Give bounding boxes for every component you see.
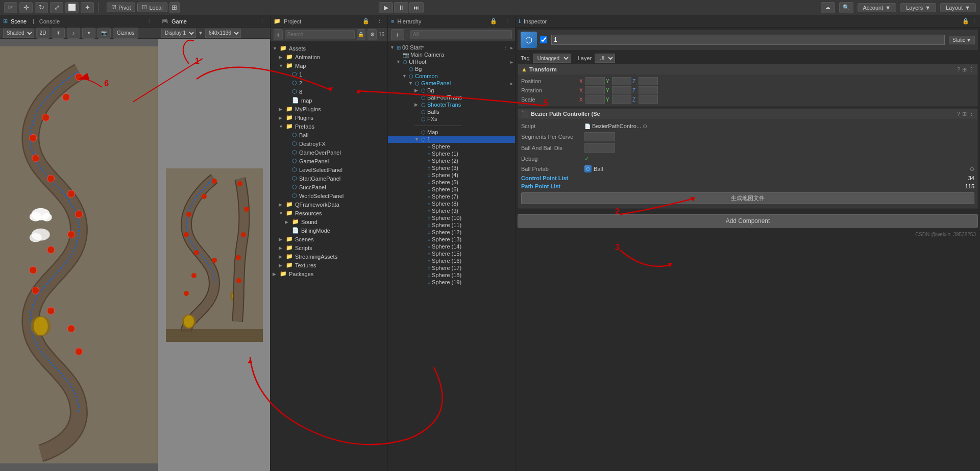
tree-mapfile[interactable]: ▶ 📄 map [271,96,387,105]
project-lock[interactable]: 🔒 [357,29,366,40]
account-button[interactable]: Account ▼ [857,3,897,12]
tree-levelselectpanel[interactable]: ▶ ⬡ LevelSelectPanel [271,165,387,174]
layers-button[interactable]: Layers ▼ [900,3,936,12]
scale-y-input[interactable]: 1 [612,95,631,104]
search-services-icon[interactable]: 🔍 [839,2,853,13]
h-sphere1[interactable]: ▶ ○ Sphere (1) [388,150,515,157]
h-sphere4[interactable]: ▶ ○ Sphere (4) [388,171,515,179]
h-shootertrans[interactable]: ▶ ⬡ ShooterTrans [388,101,515,108]
tag-select[interactable]: Untagged [533,54,571,63]
hierarchy-search[interactable] [410,30,512,39]
transform-header[interactable]: ▲ Transform ? ⊞ ⋮ [518,64,977,75]
h-more[interactable]: ⋮ [503,45,508,51]
h-sphere13[interactable]: ▶ ○ Sphere (13) [388,236,515,243]
layout-button[interactable]: Layout ▼ [940,3,976,12]
h-sphere17[interactable]: ▶ ○ Sphere (17) [388,264,515,271]
h-bg2[interactable]: ▶ ⬡ Bg [388,87,515,94]
resolution-select[interactable]: 640x1136 [205,29,241,38]
tree-startgamepanel[interactable]: ▶ ⬡ StartGamePanel [271,174,387,183]
ball-prefab-target[interactable]: ⊙ [970,166,974,172]
h-sphere6[interactable]: ▶ ○ Sphere (6) [388,186,515,193]
rect-tool[interactable]: ⬜ [65,2,79,13]
h-sphere[interactable]: ▶ ○ Sphere [388,143,515,150]
tree-map1[interactable]: ▶ ⬡ 1 [271,70,387,79]
tree-succpanel[interactable]: ▶ ⬡ SuccPanel [271,183,387,191]
tree-billingmode[interactable]: ▶ 📄 BillingMode [271,226,387,235]
ball-dis-input[interactable]: 0.3 [584,143,615,153]
local-button[interactable]: ☑ Local [137,3,167,12]
project-search[interactable] [285,30,355,39]
tree-ball[interactable]: ▶ ⬡ Ball [271,131,387,139]
pause-button[interactable]: ⏸ [394,2,408,13]
h-ballpooltrans[interactable]: ▶ ⬡ BallPoolTrans [388,94,515,101]
h-common[interactable]: ▼ ⬡ Common [388,72,515,80]
step-button[interactable]: ⏭ [409,2,424,13]
rot-y-input[interactable]: 0 [612,86,631,94]
scene-camera-toggle[interactable]: 📷 [97,28,111,39]
tree-myplugins[interactable]: ▶ 📁 MyPlugins [271,105,387,113]
h-sphere15[interactable]: ▶ ○ Sphere (15) [388,250,515,257]
h-map[interactable]: ▶ ⬡ Map [388,129,515,136]
segments-input[interactable]: 3000 [584,132,615,141]
lighting-toggle[interactable]: ☀ [52,28,65,39]
h-balls[interactable]: ▶ ⬡ Balls [388,108,515,115]
hierarchy-add[interactable]: + [391,29,404,40]
display-select[interactable]: Display 1 [161,29,196,38]
hierarchy-lock[interactable]: 🔒 [488,18,499,24]
project-more2[interactable]: ⋮ [375,18,384,24]
h-sphere19[interactable]: ▶ ○ Sphere (19) [388,279,515,286]
scale-z-input[interactable]: 1 [639,95,658,104]
2d-toggle[interactable]: 2D [36,28,50,39]
tree-map8[interactable]: ▶ ⬡ 8 [271,87,387,96]
h-sphere9[interactable]: ▶ ○ Sphere (9) [388,207,515,214]
pos-x-input[interactable]: 0 [585,77,605,85]
h-sphere3[interactable]: ▶ ○ Sphere (3) [388,164,515,171]
project-add[interactable]: + [274,29,283,40]
tree-map2[interactable]: ▶ ⬡ 2 [271,79,387,87]
project-more[interactable]: 🔒 [360,18,372,24]
effects-toggle[interactable]: ✦ [82,28,95,39]
h-gamepanel[interactable]: ▼ ⬡ GamePanel ▸ [388,80,515,87]
bezier-header[interactable]: ⬛ Bezier Path Controller (Sc ? ⊞ ⋮ [518,109,977,119]
bezier-more[interactable]: ⋮ [969,111,974,117]
tree-resources[interactable]: ▼ 📁 Resources [271,209,387,217]
h-lock2[interactable]: ▸ [510,45,513,51]
rotate-tool[interactable]: ↻ [35,2,48,13]
h-00start[interactable]: ▼ ⊞ 00 Start* ⋮ ▸ [388,44,515,51]
layer-select[interactable]: UI [595,54,615,63]
scale-x-input[interactable]: 1 [585,95,605,104]
move-tool[interactable]: ✛ [19,2,33,13]
scene-more[interactable]: ⋮ [145,18,155,24]
tree-animation[interactable]: ▶ 📁 Animation [271,53,387,61]
tree-map[interactable]: ▼ 📁 Map [271,61,387,70]
pos-z-input[interactable]: 0 [639,77,658,85]
inspector-more[interactable]: ⋮ [971,18,977,24]
h-sphere16[interactable]: ▶ ○ Sphere (16) [388,257,515,264]
inspector-lock[interactable]: 🔒 [962,18,969,24]
tree-sound[interactable]: ▶ 📁 Sound [271,217,387,226]
bezier-help[interactable]: ? [957,111,960,117]
tree-worldselectpanel[interactable]: ▶ ⬡ WorldSelectPanel [271,191,387,200]
h-sphere18[interactable]: ▶ ○ Sphere (18) [388,271,515,279]
project-star[interactable]: ⚙ [368,29,377,40]
tree-gamepanel[interactable]: ▶ ⬡ GamePanel [271,157,387,165]
h-sphere7[interactable]: ▶ ○ Sphere (7) [388,193,515,200]
pivot-button[interactable]: ☑ Pivot [107,3,135,12]
hand-tool[interactable]: ☞ [4,2,17,13]
h-sphere5[interactable]: ▶ ○ Sphere (5) [388,179,515,186]
tree-plugins[interactable]: ▶ 📁 Plugins [271,113,387,122]
console-tab[interactable]: Console [37,18,62,24]
collab-icon[interactable]: ☁ [821,2,835,13]
shaded-select[interactable]: Shaded [3,29,34,38]
h-sphere2[interactable]: ▶ ○ Sphere (2) [388,157,515,164]
transform-more[interactable]: ⋮ [969,66,974,73]
game-more[interactable]: ⋮ [257,18,267,24]
tree-prefabs[interactable]: ▼ 📁 Prefabs [271,122,387,131]
debug-checkbox[interactable]: ✓ [584,155,590,162]
h-bg[interactable]: ▶ ⬡ Bg [388,65,515,72]
h-map1[interactable]: ▼ ⬡ 1 [388,136,515,143]
tree-destroyfx[interactable]: ▶ ⬡ DestroyFX [271,139,387,148]
audio-toggle[interactable]: ♪ [67,28,80,39]
bezier-link[interactable]: ⊞ [962,111,967,117]
static-dropdown[interactable]: Static ▼ [949,36,975,44]
